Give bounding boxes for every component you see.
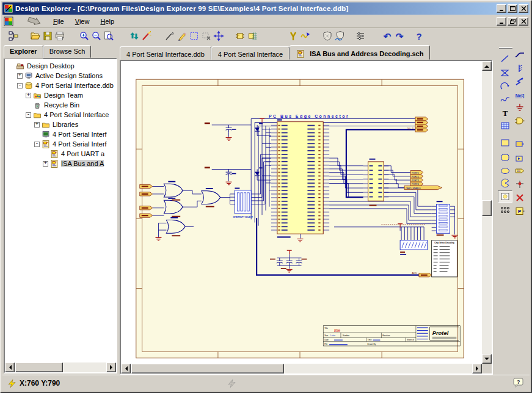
directive-tool-button[interactable]: P [512,205,527,217]
part-tool-button[interactable] [512,115,527,127]
port-tool-button[interactable]: D1 [512,165,527,177]
tree-item-design-desktop[interactable]: Design Desktop [6,61,116,71]
port4-label: PORT4 [412,183,419,186]
polygon-tool-button[interactable] [498,67,512,79]
hint-help-icon[interactable]: ? [513,378,523,388]
tree-item-project-folder[interactable]: - 4 Port Serial Interface [6,110,116,120]
tree-item-isa-bus-sheet[interactable]: + ISA Bus and A [6,159,116,168]
table-tool-button[interactable] [498,120,512,132]
ellipse-tool-button[interactable] [498,165,512,177]
mdi-restore-button[interactable] [508,17,517,26]
wire-tool-button[interactable] [512,49,527,61]
sheet-symbol-tool-button[interactable] [512,138,527,150]
scroll-thumb[interactable] [482,200,492,216]
expander-icon[interactable]: + [17,73,23,79]
text-tool-button[interactable]: T [498,107,512,120]
line-tool-button[interactable] [498,52,512,65]
mdi-minimize-button[interactable] [497,17,506,26]
minimize-button[interactable] [497,4,506,13]
expander-icon[interactable]: + [26,93,31,98]
expander-icon[interactable]: - [17,83,23,88]
explorer-horizontal-scrollbar[interactable] [5,362,116,372]
doc-tab-isa-sch[interactable]: ISA Bus and Address Decoding.sch [290,45,430,60]
tree-item-project-doc[interactable]: 4 Port Serial Interf [6,129,116,139]
canvas-vertical-scrollbar[interactable] [482,61,492,364]
bus-tool-button[interactable] [512,76,527,88]
tab-browse-sch[interactable]: Browse Sch [43,45,92,58]
schematic-canvas[interactable]: PC Bus Edge Connector [121,61,482,364]
open-button[interactable] [29,30,42,42]
sheet-entry-tool-button[interactable] [512,153,527,165]
expander-icon[interactable]: + [43,161,48,167]
pie-tool-button[interactable] [498,177,512,189]
menu-file[interactable]: File [48,16,70,27]
arc-tool-button[interactable] [498,81,512,93]
title-bar[interactable]: Design Explorer - [C:\Program Files\Desi… [2,2,530,15]
tree-item-database[interactable]: - 4 Port Serial Interface.ddb [6,81,116,90]
array-tool-button[interactable] [498,204,512,216]
expander-icon[interactable]: - [34,142,40,147]
scroll-thumb[interactable] [131,364,284,373]
canvas-horizontal-scrollbar[interactable] [121,364,482,373]
scroll-left-button[interactable] [5,362,15,372]
scroll-right-button[interactable] [106,362,116,372]
menu-view[interactable]: View [70,16,95,27]
scroll-thumb[interactable] [15,362,63,372]
power-port-tool-button[interactable] [512,101,527,114]
schematic-viewport[interactable]: PC Bus Edge Connector [121,61,482,364]
tree-item-uart-sheet[interactable]: 4 Port UART a [6,149,116,159]
round-rectangle-tool-button[interactable] [498,151,512,164]
system-menu-arrow-icon[interactable] [27,17,42,26]
preferences-button[interactable] [354,30,366,42]
tree-item-design-team[interactable]: + Design Team [6,90,116,100]
expander-icon[interactable]: + [34,122,40,128]
tree-item-libraries[interactable]: + Libraries [6,120,116,129]
erc-shield-run-button[interactable] [333,30,346,42]
edit-component-button[interactable] [247,30,259,42]
no-erc-tool-button[interactable] [512,192,527,204]
image-tool-button[interactable] [498,190,512,203]
explorer-panel-button[interactable] [7,30,20,42]
zoom-out-button[interactable] [90,30,103,42]
doc-tab-ddb[interactable]: 4 Port Serial Interface.ddb [120,46,211,60]
tree-item-recycle-bin[interactable]: Recycle Bin [6,100,116,110]
toolbar-grip[interactable] [499,47,512,49]
wiring-tool-button[interactable] [287,30,299,42]
scroll-left-button[interactable] [121,364,131,373]
bus-entry-tool-button[interactable] [512,62,527,74]
rectangle-tool-button[interactable] [498,137,512,149]
redo-button[interactable]: ↷ [393,30,406,42]
net-label-tool-button[interactable]: Net] [512,89,527,101]
cutter-button[interactable] [164,30,176,42]
help-button[interactable]: ? [413,30,425,42]
scroll-right-button[interactable] [472,364,482,373]
tab-explorer[interactable]: Explorer [4,45,43,58]
zoom-document-button[interactable] [103,30,115,42]
bezier-tool-button[interactable] [498,94,512,106]
deselect-button[interactable] [200,30,213,42]
pencil-button[interactable] [176,30,188,42]
tree-item-active-design-stations[interactable]: + Active Design Stations [6,71,116,81]
doc-tab-folder[interactable]: 4 Port Serial Interface [211,46,290,60]
maximize-button[interactable] [508,4,517,13]
mdi-close-button[interactable] [519,17,528,26]
sort-updown-button[interactable] [128,30,140,42]
move-button[interactable] [213,30,225,42]
menu-help[interactable]: Help [95,16,120,27]
wizard-button[interactable] [140,30,153,42]
expander-icon[interactable]: - [26,112,31,118]
drawn-by-label: Drawn By [368,343,376,345]
junction-tool-button[interactable] [512,178,527,190]
browse-component-button[interactable] [235,30,247,42]
select-area-button[interactable] [188,30,200,42]
undo-button[interactable]: ↶ [381,30,393,42]
tree-item-sch-root[interactable]: - 4 Port Serial Interf [6,139,116,149]
zoom-in-button[interactable] [78,30,90,42]
print-button[interactable] [54,30,66,42]
save-button[interactable] [42,30,54,42]
scroll-down-button[interactable] [482,354,492,364]
signal-probe-button[interactable] [299,30,312,42]
close-button[interactable] [519,4,528,13]
erc-shield-button[interactable] [321,30,333,42]
scroll-up-button[interactable] [482,61,492,71]
